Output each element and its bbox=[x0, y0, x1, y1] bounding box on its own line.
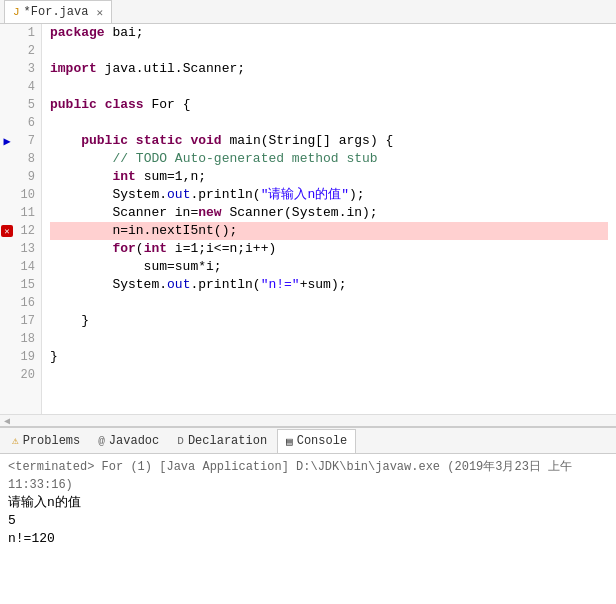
line-number: 7 bbox=[20, 132, 35, 150]
line-number: 12 bbox=[20, 222, 35, 240]
bottom-tab-problems[interactable]: ⚠Problems bbox=[4, 429, 88, 453]
bottom-tab-console[interactable]: ▤Console bbox=[277, 429, 356, 453]
code-token: +sum); bbox=[300, 276, 347, 294]
code-token: int bbox=[144, 240, 167, 258]
code-area[interactable]: package bai; import java.util.Scanner; p… bbox=[42, 24, 616, 414]
marker-row bbox=[0, 96, 14, 114]
tab-bar: J *For.java ✕ bbox=[0, 0, 616, 24]
code-token: System. bbox=[50, 276, 167, 294]
code-line: public class For { bbox=[50, 96, 608, 114]
code-line: package bai; bbox=[50, 24, 608, 42]
code-token: public bbox=[50, 96, 97, 114]
arrow-marker: ▶ bbox=[3, 134, 10, 149]
code-line bbox=[50, 294, 608, 312]
code-token: i=1;i<=n;i++) bbox=[167, 240, 276, 258]
code-token: bai; bbox=[105, 24, 144, 42]
line-number: 13 bbox=[20, 240, 35, 258]
line-number: 3 bbox=[20, 60, 35, 78]
close-tab-icon[interactable]: ✕ bbox=[96, 6, 103, 19]
marker-row bbox=[0, 114, 14, 132]
code-token: static bbox=[136, 132, 183, 150]
error-marker: ✕ bbox=[1, 225, 13, 237]
code-token: java.util.Scanner; bbox=[97, 60, 245, 78]
javadoc-icon: @ bbox=[98, 435, 105, 447]
terminated-line: <terminated> For (1) [Java Application] … bbox=[8, 458, 608, 494]
code-token: System. bbox=[50, 186, 167, 204]
code-line: for(int i=1;i<=n;i++) bbox=[50, 240, 608, 258]
tab-label: *For.java bbox=[24, 5, 89, 19]
code-token: ( bbox=[136, 240, 144, 258]
javadoc-label: Javadoc bbox=[109, 434, 159, 448]
console-icon: ▤ bbox=[286, 435, 293, 448]
console-label: Console bbox=[297, 434, 347, 448]
code-line bbox=[50, 114, 608, 132]
code-line: import java.util.Scanner; bbox=[50, 60, 608, 78]
line-number: 14 bbox=[20, 258, 35, 276]
code-token: package bbox=[50, 24, 105, 42]
declaration-icon: D bbox=[177, 435, 184, 447]
file-tab[interactable]: J *For.java ✕ bbox=[4, 0, 112, 23]
code-token: // TODO Auto-generated method stub bbox=[112, 150, 377, 168]
marker-row bbox=[0, 366, 14, 384]
line-number: 8 bbox=[20, 150, 35, 168]
code-token: import bbox=[50, 60, 97, 78]
marker-row bbox=[0, 204, 14, 222]
horizontal-scrollbar[interactable]: ◀ bbox=[0, 414, 616, 426]
marker-gutter: ▶✕ bbox=[0, 24, 14, 414]
marker-row bbox=[0, 168, 14, 186]
marker-row bbox=[0, 150, 14, 168]
code-token: } bbox=[50, 348, 58, 366]
bottom-panel: ⚠Problems@JavadocDDeclaration▤Console <t… bbox=[0, 426, 616, 604]
code-token: "请输入n的值" bbox=[261, 186, 349, 204]
code-line: } bbox=[50, 312, 608, 330]
code-line: n=in.nextI5nt(); bbox=[50, 222, 608, 240]
problems-icon: ⚠ bbox=[12, 434, 19, 447]
code-line: System.out.println("n!="+sum); bbox=[50, 276, 608, 294]
code-token: new bbox=[198, 204, 221, 222]
marker-row bbox=[0, 186, 14, 204]
line-number: 16 bbox=[20, 294, 35, 312]
line-numbers: 1234567891011121314151617181920 bbox=[14, 24, 42, 414]
console-line: 5 bbox=[8, 512, 608, 530]
code-token: "n!=" bbox=[261, 276, 300, 294]
code-token: out bbox=[167, 276, 190, 294]
marker-row: ✕ bbox=[0, 222, 14, 240]
code-token bbox=[128, 132, 136, 150]
code-line: public static void main(String[] args) { bbox=[50, 132, 608, 150]
marker-row bbox=[0, 60, 14, 78]
line-number: 15 bbox=[20, 276, 35, 294]
code-token: Scanner in= bbox=[50, 204, 198, 222]
code-token: .println( bbox=[190, 276, 260, 294]
code-token: for bbox=[112, 240, 135, 258]
code-token: For { bbox=[144, 96, 191, 114]
bottom-tab-javadoc[interactable]: @Javadoc bbox=[90, 429, 167, 453]
code-line: Scanner in=new Scanner(System.in); bbox=[50, 204, 608, 222]
code-token: .println( bbox=[190, 186, 260, 204]
line-number: 19 bbox=[20, 348, 35, 366]
code-token: main(String[] args) { bbox=[222, 132, 394, 150]
editor-window: J *For.java ✕ ▶✕ 12345678910111213141516… bbox=[0, 0, 616, 604]
line-number: 5 bbox=[20, 96, 35, 114]
console-line: 请输入n的值 bbox=[8, 494, 608, 512]
marker-row bbox=[0, 240, 14, 258]
code-token: int bbox=[112, 168, 135, 186]
code-token bbox=[183, 132, 191, 150]
code-token: sum=sum*i; bbox=[50, 258, 222, 276]
scroll-left-arrow[interactable]: ◀ bbox=[4, 415, 10, 427]
code-line: // TODO Auto-generated method stub bbox=[50, 150, 608, 168]
bottom-tab-bar: ⚠Problems@JavadocDDeclaration▤Console bbox=[0, 428, 616, 454]
code-line bbox=[50, 78, 608, 96]
code-token bbox=[97, 96, 105, 114]
marker-row bbox=[0, 330, 14, 348]
line-number: 10 bbox=[20, 186, 35, 204]
marker-row bbox=[0, 312, 14, 330]
marker-row bbox=[0, 348, 14, 366]
code-token: } bbox=[50, 312, 89, 330]
marker-row bbox=[0, 42, 14, 60]
code-line: int sum=1,n; bbox=[50, 168, 608, 186]
code-editor[interactable]: ▶✕ 1234567891011121314151617181920 packa… bbox=[0, 24, 616, 414]
marker-row bbox=[0, 258, 14, 276]
bottom-tab-declaration[interactable]: DDeclaration bbox=[169, 429, 275, 453]
marker-row bbox=[0, 78, 14, 96]
line-number: 18 bbox=[20, 330, 35, 348]
